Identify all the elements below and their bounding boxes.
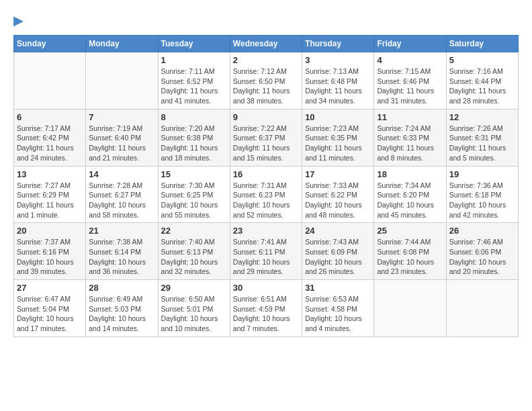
- day-number: 6: [17, 112, 83, 122]
- day-number: 21: [89, 226, 154, 236]
- calendar-cell: 22Sunrise: 7:40 AM Sunset: 6:13 PM Dayli…: [158, 223, 230, 280]
- day-number: 16: [233, 169, 299, 179]
- day-number: 28: [89, 283, 154, 293]
- day-number: 10: [305, 112, 371, 122]
- day-info: Sunrise: 7:23 AM Sunset: 6:35 PM Dayligh…: [305, 124, 371, 163]
- day-number: 25: [377, 226, 443, 236]
- weekday-header-saturday: Saturday: [446, 36, 518, 52]
- calendar-cell: 3Sunrise: 7:13 AM Sunset: 6:48 PM Daylig…: [302, 52, 374, 109]
- calendar-cell: 6Sunrise: 7:17 AM Sunset: 6:42 PM Daylig…: [14, 109, 86, 166]
- day-info: Sunrise: 6:49 AM Sunset: 5:03 PM Dayligh…: [89, 294, 154, 334]
- day-number: 22: [161, 226, 227, 236]
- calendar-cell: 17Sunrise: 7:33 AM Sunset: 6:22 PM Dayli…: [302, 166, 374, 223]
- calendar-cell: [374, 280, 446, 337]
- day-info: Sunrise: 7:37 AM Sunset: 6:16 PM Dayligh…: [17, 237, 83, 277]
- day-info: Sunrise: 7:17 AM Sunset: 6:42 PM Dayligh…: [17, 124, 83, 163]
- day-number: 5: [449, 55, 515, 65]
- day-number: 14: [89, 169, 154, 179]
- calendar-cell: 23Sunrise: 7:41 AM Sunset: 6:11 PM Dayli…: [230, 223, 302, 280]
- day-info: Sunrise: 7:41 AM Sunset: 6:11 PM Dayligh…: [233, 237, 299, 277]
- calendar-cell: 11Sunrise: 7:24 AM Sunset: 6:33 PM Dayli…: [374, 109, 446, 166]
- calendar-cell: 25Sunrise: 7:44 AM Sunset: 6:08 PM Dayli…: [374, 223, 446, 280]
- calendar-cell: 24Sunrise: 7:43 AM Sunset: 6:09 PM Dayli…: [302, 223, 374, 280]
- weekday-header-tuesday: Tuesday: [158, 36, 230, 52]
- week-row-2: 6Sunrise: 7:17 AM Sunset: 6:42 PM Daylig…: [14, 109, 519, 166]
- logo: ▶: [13, 13, 23, 28]
- day-number: 18: [377, 169, 443, 179]
- day-number: 29: [161, 283, 227, 293]
- day-number: 19: [449, 169, 515, 179]
- week-row-1: 1Sunrise: 7:11 AM Sunset: 6:52 PM Daylig…: [14, 52, 519, 109]
- calendar-cell: 14Sunrise: 7:28 AM Sunset: 6:27 PM Dayli…: [86, 166, 158, 223]
- day-info: Sunrise: 6:50 AM Sunset: 5:01 PM Dayligh…: [161, 294, 227, 334]
- calendar-cell: 5Sunrise: 7:16 AM Sunset: 6:44 PM Daylig…: [446, 52, 518, 109]
- day-info: Sunrise: 7:26 AM Sunset: 6:31 PM Dayligh…: [449, 124, 515, 163]
- calendar-cell: 21Sunrise: 7:38 AM Sunset: 6:14 PM Dayli…: [86, 223, 158, 280]
- calendar-cell: [446, 280, 518, 337]
- day-info: Sunrise: 7:24 AM Sunset: 6:33 PM Dayligh…: [377, 124, 443, 163]
- page-header: ▶: [13, 13, 519, 28]
- week-row-5: 27Sunrise: 6:47 AM Sunset: 5:04 PM Dayli…: [14, 280, 519, 337]
- day-info: Sunrise: 7:46 AM Sunset: 6:06 PM Dayligh…: [449, 237, 515, 277]
- day-number: 8: [161, 112, 227, 122]
- day-info: Sunrise: 7:31 AM Sunset: 6:23 PM Dayligh…: [233, 181, 299, 220]
- day-info: Sunrise: 7:34 AM Sunset: 6:20 PM Dayligh…: [377, 181, 443, 220]
- day-info: Sunrise: 7:19 AM Sunset: 6:40 PM Dayligh…: [89, 124, 154, 163]
- day-number: 7: [89, 112, 154, 122]
- weekday-header-sunday: Sunday: [14, 36, 86, 52]
- day-info: Sunrise: 7:12 AM Sunset: 6:50 PM Dayligh…: [233, 66, 299, 106]
- day-number: 30: [233, 283, 299, 293]
- week-row-4: 20Sunrise: 7:37 AM Sunset: 6:16 PM Dayli…: [14, 223, 519, 280]
- calendar-cell: 28Sunrise: 6:49 AM Sunset: 5:03 PM Dayli…: [86, 280, 158, 337]
- day-info: Sunrise: 7:38 AM Sunset: 6:14 PM Dayligh…: [89, 237, 154, 277]
- week-row-3: 13Sunrise: 7:27 AM Sunset: 6:29 PM Dayli…: [14, 166, 519, 223]
- day-number: 12: [449, 112, 515, 122]
- day-info: Sunrise: 6:53 AM Sunset: 4:58 PM Dayligh…: [305, 294, 371, 334]
- day-info: Sunrise: 7:11 AM Sunset: 6:52 PM Dayligh…: [161, 66, 227, 106]
- weekday-header-row: SundayMondayTuesdayWednesdayThursdayFrid…: [14, 36, 519, 52]
- day-info: Sunrise: 7:16 AM Sunset: 6:44 PM Dayligh…: [449, 66, 515, 106]
- day-info: Sunrise: 7:27 AM Sunset: 6:29 PM Dayligh…: [17, 181, 83, 220]
- calendar-cell: 27Sunrise: 6:47 AM Sunset: 5:04 PM Dayli…: [14, 280, 86, 337]
- calendar-table: SundayMondayTuesdayWednesdayThursdayFrid…: [13, 35, 519, 337]
- weekday-header-friday: Friday: [374, 36, 446, 52]
- day-number: 24: [305, 226, 371, 236]
- day-number: 1: [161, 55, 227, 65]
- day-number: 20: [17, 226, 83, 236]
- calendar-cell: 10Sunrise: 7:23 AM Sunset: 6:35 PM Dayli…: [302, 109, 374, 166]
- day-info: Sunrise: 7:20 AM Sunset: 6:38 PM Dayligh…: [161, 124, 227, 163]
- calendar-cell: 4Sunrise: 7:15 AM Sunset: 6:46 PM Daylig…: [374, 52, 446, 109]
- calendar-cell: 31Sunrise: 6:53 AM Sunset: 4:58 PM Dayli…: [302, 280, 374, 337]
- calendar-cell: 1Sunrise: 7:11 AM Sunset: 6:52 PM Daylig…: [158, 52, 230, 109]
- day-info: Sunrise: 7:44 AM Sunset: 6:08 PM Dayligh…: [377, 237, 443, 277]
- day-number: 17: [305, 169, 371, 179]
- weekday-header-monday: Monday: [86, 36, 158, 52]
- calendar-cell: 29Sunrise: 6:50 AM Sunset: 5:01 PM Dayli…: [158, 280, 230, 337]
- day-number: 27: [17, 283, 83, 293]
- day-info: Sunrise: 6:51 AM Sunset: 4:59 PM Dayligh…: [233, 294, 299, 334]
- calendar-cell: 15Sunrise: 7:30 AM Sunset: 6:25 PM Dayli…: [158, 166, 230, 223]
- day-number: 9: [233, 112, 299, 122]
- day-info: Sunrise: 6:47 AM Sunset: 5:04 PM Dayligh…: [17, 294, 83, 334]
- day-number: 31: [305, 283, 371, 293]
- day-info: Sunrise: 7:36 AM Sunset: 6:18 PM Dayligh…: [449, 181, 515, 220]
- logo-triangle-icon: ▶: [13, 14, 23, 28]
- calendar-cell: 19Sunrise: 7:36 AM Sunset: 6:18 PM Dayli…: [446, 166, 518, 223]
- day-info: Sunrise: 7:30 AM Sunset: 6:25 PM Dayligh…: [161, 181, 227, 220]
- day-number: 11: [377, 112, 443, 122]
- calendar-cell: 9Sunrise: 7:22 AM Sunset: 6:37 PM Daylig…: [230, 109, 302, 166]
- day-info: Sunrise: 7:22 AM Sunset: 6:37 PM Dayligh…: [233, 124, 299, 163]
- day-info: Sunrise: 7:28 AM Sunset: 6:27 PM Dayligh…: [89, 181, 154, 220]
- day-number: 3: [305, 55, 371, 65]
- calendar-cell: 8Sunrise: 7:20 AM Sunset: 6:38 PM Daylig…: [158, 109, 230, 166]
- calendar-cell: 2Sunrise: 7:12 AM Sunset: 6:50 PM Daylig…: [230, 52, 302, 109]
- day-number: 26: [449, 226, 515, 236]
- day-info: Sunrise: 7:13 AM Sunset: 6:48 PM Dayligh…: [305, 66, 371, 106]
- day-number: 13: [17, 169, 83, 179]
- calendar-cell: 18Sunrise: 7:34 AM Sunset: 6:20 PM Dayli…: [374, 166, 446, 223]
- day-info: Sunrise: 7:15 AM Sunset: 6:46 PM Dayligh…: [377, 66, 443, 106]
- calendar-cell: [14, 52, 86, 109]
- calendar-cell: 12Sunrise: 7:26 AM Sunset: 6:31 PM Dayli…: [446, 109, 518, 166]
- calendar-cell: 13Sunrise: 7:27 AM Sunset: 6:29 PM Dayli…: [14, 166, 86, 223]
- day-info: Sunrise: 7:33 AM Sunset: 6:22 PM Dayligh…: [305, 181, 371, 220]
